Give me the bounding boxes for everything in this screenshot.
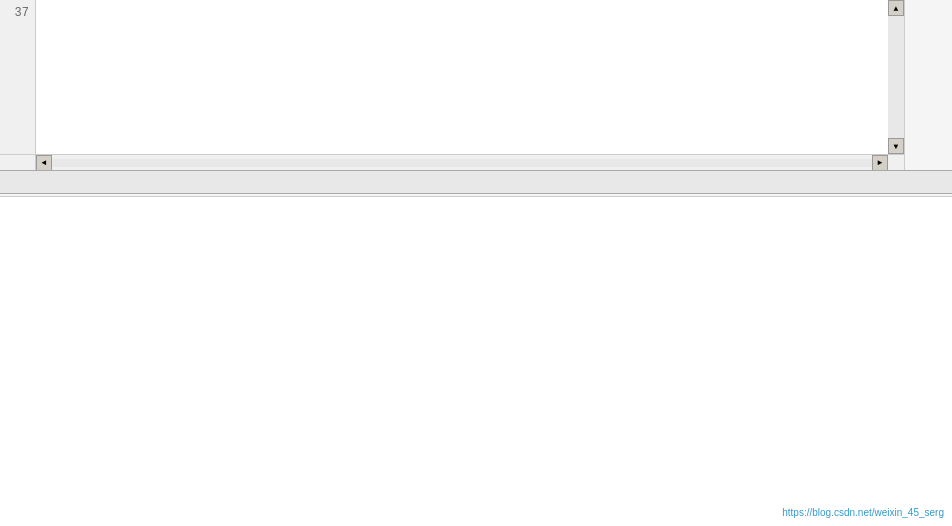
console-output bbox=[0, 197, 952, 526]
h-scroll-main: ◄ ► bbox=[36, 155, 888, 170]
code-content bbox=[36, 0, 888, 154]
scroll-up-btn[interactable]: ▲ bbox=[888, 0, 904, 16]
h-scroll-corner-right bbox=[888, 155, 904, 170]
console-area bbox=[0, 197, 952, 526]
main-container: 37 ▲ ▼ ◄ ► bbox=[0, 0, 952, 526]
scroll-right-btn[interactable]: ► bbox=[872, 155, 888, 171]
editor-scroll-area: 37 ▲ ▼ bbox=[0, 0, 904, 154]
h-scroll-corner-left bbox=[0, 155, 36, 170]
right-panel bbox=[904, 0, 952, 170]
scroll-down-btn[interactable]: ▼ bbox=[888, 138, 904, 154]
tab-bar bbox=[0, 170, 952, 194]
editor-wrapper: 37 ▲ ▼ ◄ ► bbox=[0, 0, 952, 170]
right-scrollbar[interactable]: ▲ ▼ bbox=[888, 0, 904, 154]
h-scroll-track[interactable] bbox=[52, 159, 872, 167]
scroll-left-btn[interactable]: ◄ bbox=[36, 155, 52, 171]
bottom-panel bbox=[0, 194, 952, 526]
line-number: 37 bbox=[6, 4, 29, 22]
scroll-track-vertical[interactable] bbox=[888, 16, 904, 138]
watermark: https://blog.csdn.net/weixin_45_serg bbox=[782, 507, 944, 518]
h-scroll-row: ◄ ► bbox=[0, 154, 904, 170]
line-numbers: 37 bbox=[0, 0, 36, 154]
editor-main: 37 ▲ ▼ ◄ ► bbox=[0, 0, 904, 170]
